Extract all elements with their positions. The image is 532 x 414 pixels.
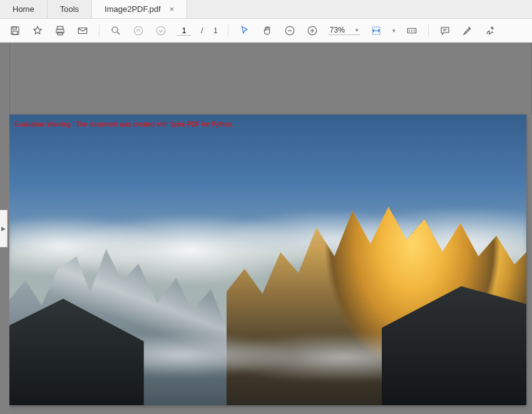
toolbar: / 1 73% ▾ ▾	[0, 19, 532, 43]
star-icon[interactable]	[31, 24, 44, 37]
svg-rect-1	[13, 27, 16, 29]
tabbar-spacer	[187, 0, 532, 18]
chevron-right-icon: ▶	[1, 225, 6, 232]
watermark-text: Evaluation Warning : The document was cr…	[14, 121, 233, 128]
svg-point-7	[112, 27, 118, 33]
highlight-icon[interactable]	[461, 24, 474, 37]
canvas-gray-top	[9, 43, 532, 115]
zoom-value: 73%	[330, 26, 345, 34]
page-separator: /	[201, 26, 203, 35]
save-icon[interactable]	[9, 24, 21, 37]
canvas-scroll[interactable]: Evaluation Warning : The document was cr…	[9, 43, 532, 414]
pdf-page[interactable]: Evaluation Warning : The document was cr…	[9, 115, 526, 405]
svg-point-9	[156, 26, 165, 35]
zoom-out-icon[interactable]	[284, 24, 296, 37]
print-icon[interactable]	[54, 24, 66, 37]
page-up-icon[interactable]	[132, 24, 145, 37]
chevron-down-icon: ▾	[356, 27, 359, 33]
read-mode-icon[interactable]	[406, 24, 418, 37]
hand-tool-icon[interactable]	[261, 24, 274, 37]
tab-document-label: Image2PDF.pdf	[105, 4, 161, 14]
svg-rect-3	[58, 26, 63, 29]
svg-rect-2	[13, 31, 18, 34]
sidebar-toggle[interactable]: ▶	[0, 210, 8, 247]
tab-tools-label: Tools	[60, 4, 79, 14]
page-current-input[interactable]	[177, 26, 191, 36]
tab-home-label: Home	[13, 4, 34, 14]
zoom-in-icon[interactable]	[306, 24, 319, 37]
sign-icon[interactable]	[484, 24, 496, 37]
mail-icon[interactable]	[76, 24, 89, 37]
selection-tool-icon[interactable]	[238, 24, 251, 37]
divider	[228, 24, 228, 37]
comment-icon[interactable]	[439, 24, 451, 37]
divider	[428, 24, 429, 37]
viewer-area: ▶ Evaluation Warning : The document was …	[0, 43, 532, 414]
divider	[99, 24, 100, 37]
svg-rect-5	[58, 32, 63, 35]
tab-home[interactable]: Home	[0, 0, 48, 18]
page-total: 1	[213, 26, 218, 35]
fit-width-icon[interactable]	[370, 24, 382, 37]
find-icon[interactable]	[110, 24, 122, 37]
page-down-icon[interactable]	[155, 24, 167, 37]
svg-point-8	[134, 26, 143, 35]
zoom-select[interactable]: 73% ▾	[329, 26, 360, 35]
tab-document[interactable]: Image2PDF.pdf ×	[92, 0, 187, 18]
svg-rect-6	[78, 28, 87, 33]
tab-bar: Home Tools Image2PDF.pdf ×	[0, 0, 532, 19]
chevron-down-icon[interactable]: ▾	[392, 28, 396, 34]
tab-tools[interactable]: Tools	[48, 0, 92, 18]
close-icon[interactable]: ×	[170, 4, 175, 14]
